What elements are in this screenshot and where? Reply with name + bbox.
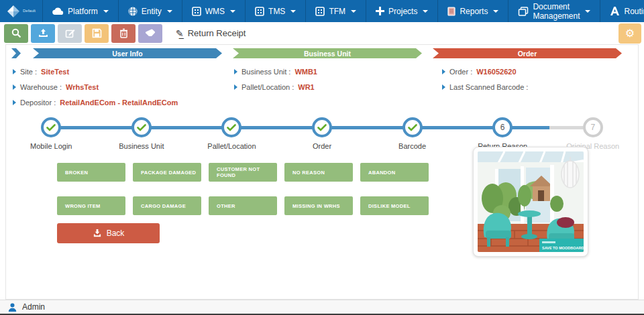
field-label: Order : — [449, 68, 472, 76]
reason-button-broken[interactable]: BROKEN — [57, 163, 125, 182]
caret-down-icon — [103, 10, 109, 13]
step-original-reason[interactable]: 7 Original Reason — [547, 117, 638, 150]
building-icon — [315, 7, 325, 16]
field-site: Site : SiteTest — [13, 68, 234, 76]
nav-item-projects[interactable]: Projects — [366, 0, 437, 22]
reason-button-other[interactable]: OTHER — [209, 196, 277, 215]
edit-button[interactable] — [58, 24, 82, 43]
step-barcode[interactable]: Barcode — [367, 117, 458, 150]
nav-item-entity[interactable]: Entity — [118, 0, 182, 22]
reason-button-missing-in-wrhs[interactable]: MISSING IN WRHS — [284, 196, 353, 215]
caret-down-icon — [585, 10, 590, 13]
step-return-reason[interactable]: 6 Return Reason — [458, 117, 548, 150]
building-icon — [255, 7, 264, 16]
nav-item-reports[interactable]: Reports — [437, 0, 508, 22]
nav-item-label: TFM — [329, 7, 345, 16]
back-button[interactable]: Back — [57, 223, 160, 243]
banner-user-info[interactable]: User Info — [33, 48, 222, 58]
nav-item-label: Platform — [68, 7, 98, 16]
logo-icon — [7, 5, 20, 18]
banner-business-unit[interactable]: Business Unit — [233, 48, 422, 58]
caret-down-icon — [423, 10, 428, 13]
settings-button[interactable]: ⚙ — [619, 23, 641, 44]
field-business-unit: Business Unit : WMB1 — [234, 68, 442, 76]
nav-item-label: Document Management — [533, 2, 580, 21]
back-download-icon — [93, 229, 102, 238]
gear-icon: ⚙ — [625, 27, 635, 40]
banner-label: Business Unit — [304, 50, 351, 58]
info-fields: Site : SiteTest Warehouse : WrhsTest Dep… — [13, 68, 638, 107]
step-business-unit[interactable]: Business Unit — [97, 117, 187, 150]
nav-item-document-management[interactable]: Document Management — [508, 0, 600, 22]
caret-down-icon — [493, 10, 498, 13]
step-label: Pallet/Location — [207, 142, 256, 150]
caret-down-icon — [167, 10, 172, 13]
caret-right-icon — [13, 84, 16, 90]
step-order[interactable]: Order — [277, 117, 368, 150]
nav-item-label: Routing — [624, 7, 644, 16]
nav-item-wms[interactable]: WMS — [182, 0, 245, 22]
check-icon — [46, 124, 56, 131]
search-icon — [11, 28, 21, 38]
field-warehouse: Warehouse : WrhsTest — [13, 83, 234, 91]
building-icon — [192, 7, 201, 16]
nav-item-platform[interactable]: Platform — [42, 0, 118, 22]
plus-icon — [376, 7, 384, 15]
erase-button[interactable] — [138, 24, 162, 43]
back-button-label: Back — [107, 229, 125, 238]
return-reason-buttons: BROKEN PACKAGE DAMAGED CUSTOMER NOT FOUN… — [57, 163, 429, 243]
reason-button-package-damaged[interactable]: PACKAGE DAMAGED — [133, 163, 201, 182]
reason-button-cargo-damage[interactable]: CARGO DAMAGE — [133, 196, 201, 215]
save-icon — [92, 28, 102, 38]
nav-item-label: TMS — [268, 7, 285, 16]
step-pallet-location[interactable]: Pallet/Location — [186, 117, 277, 150]
save-button[interactable] — [85, 24, 109, 43]
step-label: Barcode — [398, 142, 426, 150]
caret-right-icon — [234, 84, 237, 90]
nav-item-label: Reports — [460, 7, 488, 16]
field-label: Pallet/Location : — [241, 83, 294, 91]
field-label: Last Scanned Barcode : — [449, 83, 528, 91]
reason-button-customer-not-found[interactable]: CUSTOMER NOT FOUND — [209, 163, 277, 182]
field-order: Order : W16052620 — [442, 68, 637, 76]
nav-item-label: Projects — [388, 7, 417, 16]
pen-icon: ✎̲ — [176, 28, 184, 39]
delete-button[interactable] — [111, 24, 136, 43]
field-depositor: Depositor : RetailAndECom - RetailAndECo… — [13, 99, 234, 107]
field-label: Depositor : — [20, 99, 56, 107]
banner-order[interactable]: Order — [433, 48, 622, 58]
step-label: Mobile Login — [30, 142, 72, 150]
top-navbar: Default Platform Entity WMS TMS TFM — [0, 0, 644, 22]
reason-button-dislike-model[interactable]: DISLIKE MODEL — [360, 196, 429, 215]
edit-icon — [65, 28, 75, 38]
step-label: Order — [313, 142, 331, 150]
field-value: SiteTest — [41, 68, 69, 76]
main-panel: User Info Business Unit Order Site : Sit… — [5, 44, 639, 300]
step-label: Business Unit — [119, 142, 164, 150]
check-icon — [408, 124, 417, 131]
nav-item-routing[interactable]: Routing — [600, 0, 644, 22]
caret-right-icon — [442, 69, 445, 74]
reason-button-no-reason[interactable]: NO REASON — [284, 163, 353, 182]
product-photo[interactable]: SAVE TO MOODBOARD — [473, 147, 588, 257]
toolbar: ✎̲ Return Receipt ⚙ — [0, 22, 644, 44]
routing-icon — [610, 7, 620, 15]
upload-button[interactable] — [31, 24, 55, 43]
globe-icon — [128, 7, 138, 16]
nav-item-tms[interactable]: TMS — [245, 0, 305, 22]
banner-lead-chevron-icon — [11, 48, 21, 58]
reason-button-abandon[interactable]: ABANDON — [360, 163, 429, 182]
field-value: WrhsTest — [66, 83, 99, 91]
caret-down-icon — [230, 10, 235, 13]
search-button[interactable] — [4, 24, 28, 43]
nav-item-label: WMS — [205, 7, 225, 16]
footer-bar: Admin — [0, 300, 644, 314]
nav-item-label: Entity — [142, 7, 162, 16]
caret-down-icon — [351, 10, 356, 13]
field-value: WR1 — [298, 83, 314, 91]
nav-item-tfm[interactable]: TFM — [305, 0, 366, 22]
app-logo[interactable]: Default — [0, 0, 42, 22]
step-mobile-login[interactable]: Mobile Login — [6, 117, 97, 150]
user-icon — [8, 303, 17, 312]
reason-button-wrong-item[interactable]: WRONG ITEM — [57, 196, 125, 215]
